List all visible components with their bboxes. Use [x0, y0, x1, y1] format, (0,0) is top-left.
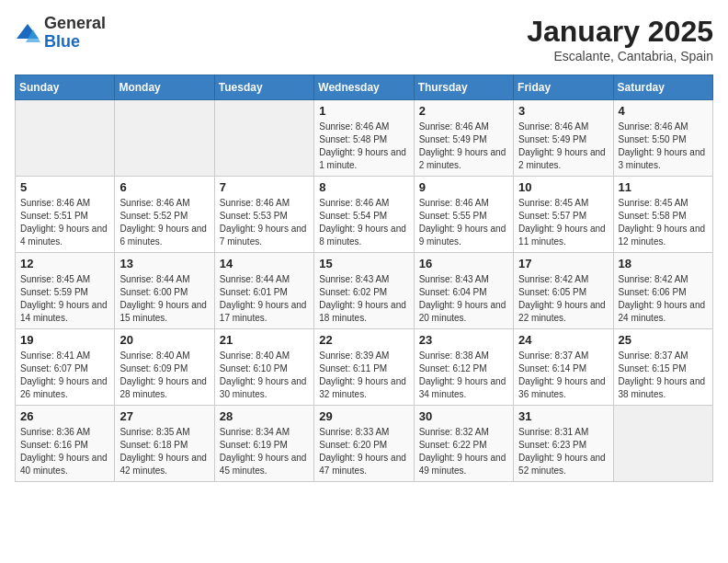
day-number: 12: [20, 257, 109, 270]
day-header-monday: Monday: [115, 75, 214, 100]
day-number: 25: [619, 333, 708, 347]
day-header-wednesday: Wednesday: [314, 75, 414, 100]
calendar-cell: 26Sunrise: 8:36 AM Sunset: 6:16 PM Dayli…: [16, 406, 115, 482]
logo-general-text: General: [44, 15, 106, 33]
day-info: Sunrise: 8:38 AM Sunset: 6:12 PM Dayligh…: [419, 350, 508, 401]
day-number: 19: [20, 333, 109, 347]
calendar-week-row: 19Sunrise: 8:41 AM Sunset: 6:07 PM Dayli…: [16, 329, 713, 406]
calendar-cell: 28Sunrise: 8:34 AM Sunset: 6:19 PM Dayli…: [214, 406, 313, 482]
day-number: 27: [119, 409, 209, 423]
calendar-cell: 31Sunrise: 8:31 AM Sunset: 6:23 PM Dayli…: [514, 406, 613, 482]
day-info: Sunrise: 8:37 AM Sunset: 6:14 PM Dayligh…: [518, 350, 608, 401]
day-number: 23: [419, 333, 508, 347]
calendar-cell: 30Sunrise: 8:32 AM Sunset: 6:22 PM Dayli…: [414, 406, 513, 482]
day-info: Sunrise: 8:40 AM Sunset: 6:10 PM Dayligh…: [220, 350, 309, 401]
day-number: 8: [319, 180, 408, 194]
day-number: 9: [419, 180, 508, 194]
day-header-thursday: Thursday: [414, 75, 513, 100]
calendar-cell: 29Sunrise: 8:33 AM Sunset: 6:20 PM Dayli…: [314, 406, 414, 482]
calendar-cell: 22Sunrise: 8:39 AM Sunset: 6:11 PM Dayli…: [314, 329, 414, 406]
day-info: Sunrise: 8:34 AM Sunset: 6:19 PM Dayligh…: [220, 426, 309, 477]
calendar-cell: [613, 406, 712, 482]
day-info: Sunrise: 8:46 AM Sunset: 5:48 PM Dayligh…: [319, 121, 408, 172]
day-info: Sunrise: 8:46 AM Sunset: 5:54 PM Dayligh…: [319, 197, 408, 248]
day-info: Sunrise: 8:45 AM Sunset: 5:59 PM Dayligh…: [20, 273, 109, 325]
day-number: 4: [619, 104, 708, 118]
calendar-cell: 14Sunrise: 8:44 AM Sunset: 6:01 PM Dayli…: [214, 253, 313, 329]
day-info: Sunrise: 8:45 AM Sunset: 5:57 PM Dayligh…: [518, 197, 608, 248]
day-number: 31: [518, 409, 608, 423]
day-info: Sunrise: 8:45 AM Sunset: 5:58 PM Dayligh…: [619, 197, 708, 248]
calendar-cell: 15Sunrise: 8:43 AM Sunset: 6:02 PM Dayli…: [314, 253, 414, 329]
day-number: 28: [220, 409, 309, 423]
calendar-cell: 13Sunrise: 8:44 AM Sunset: 6:00 PM Dayli…: [115, 253, 214, 329]
calendar-cell: 2Sunrise: 8:46 AM Sunset: 5:49 PM Daylig…: [414, 100, 513, 177]
calendar-week-row: 26Sunrise: 8:36 AM Sunset: 6:16 PM Dayli…: [16, 406, 713, 482]
day-info: Sunrise: 8:46 AM Sunset: 5:52 PM Dayligh…: [119, 197, 209, 248]
calendar-cell: 5Sunrise: 8:46 AM Sunset: 5:51 PM Daylig…: [16, 177, 115, 253]
day-number: 29: [319, 409, 408, 423]
day-info: Sunrise: 8:43 AM Sunset: 6:04 PM Dayligh…: [419, 273, 508, 325]
calendar-cell: 25Sunrise: 8:37 AM Sunset: 6:15 PM Dayli…: [613, 329, 712, 406]
day-number: 1: [319, 104, 408, 118]
calendar-cell: 17Sunrise: 8:42 AM Sunset: 6:05 PM Dayli…: [514, 253, 613, 329]
calendar-cell: 7Sunrise: 8:46 AM Sunset: 5:53 PM Daylig…: [214, 177, 313, 253]
day-number: 22: [319, 333, 408, 347]
day-info: Sunrise: 8:46 AM Sunset: 5:49 PM Dayligh…: [419, 121, 508, 172]
header: General Blue January 2025 Escalante, Can…: [15, 15, 713, 63]
calendar-table: SundayMondayTuesdayWednesdayThursdayFrid…: [15, 75, 713, 482]
day-info: Sunrise: 8:44 AM Sunset: 6:01 PM Dayligh…: [220, 273, 309, 325]
day-info: Sunrise: 8:39 AM Sunset: 6:11 PM Dayligh…: [319, 350, 408, 401]
calendar-cell: 23Sunrise: 8:38 AM Sunset: 6:12 PM Dayli…: [414, 329, 513, 406]
day-info: Sunrise: 8:46 AM Sunset: 5:50 PM Dayligh…: [619, 121, 708, 172]
day-number: 24: [518, 333, 608, 347]
calendar-cell: 9Sunrise: 8:46 AM Sunset: 5:55 PM Daylig…: [414, 177, 513, 253]
day-number: 26: [20, 409, 109, 423]
day-info: Sunrise: 8:42 AM Sunset: 6:06 PM Dayligh…: [619, 273, 708, 325]
calendar-cell: 6Sunrise: 8:46 AM Sunset: 5:52 PM Daylig…: [115, 177, 214, 253]
calendar-cell: 11Sunrise: 8:45 AM Sunset: 5:58 PM Dayli…: [613, 177, 712, 253]
calendar-cell: 19Sunrise: 8:41 AM Sunset: 6:07 PM Dayli…: [16, 329, 115, 406]
day-number: 13: [119, 257, 209, 270]
calendar-cell: 16Sunrise: 8:43 AM Sunset: 6:04 PM Dayli…: [414, 253, 513, 329]
calendar-cell: [214, 100, 313, 177]
calendar-cell: 10Sunrise: 8:45 AM Sunset: 5:57 PM Dayli…: [514, 177, 613, 253]
calendar-cell: 18Sunrise: 8:42 AM Sunset: 6:06 PM Dayli…: [613, 253, 712, 329]
day-info: Sunrise: 8:40 AM Sunset: 6:09 PM Dayligh…: [119, 350, 209, 401]
day-info: Sunrise: 8:46 AM Sunset: 5:53 PM Dayligh…: [220, 197, 309, 248]
calendar-cell: 24Sunrise: 8:37 AM Sunset: 6:14 PM Dayli…: [514, 329, 613, 406]
day-number: 17: [518, 257, 608, 270]
calendar-cell: [115, 100, 214, 177]
day-number: 15: [319, 257, 408, 270]
day-number: 30: [419, 409, 508, 423]
calendar-cell: 1Sunrise: 8:46 AM Sunset: 5:48 PM Daylig…: [314, 100, 414, 177]
day-number: 7: [220, 180, 309, 194]
calendar-cell: 3Sunrise: 8:46 AM Sunset: 5:49 PM Daylig…: [514, 100, 613, 177]
day-number: 2: [419, 104, 508, 118]
calendar-week-row: 1Sunrise: 8:46 AM Sunset: 5:48 PM Daylig…: [16, 100, 713, 177]
day-info: Sunrise: 8:36 AM Sunset: 6:16 PM Dayligh…: [20, 426, 109, 477]
day-number: 10: [518, 180, 608, 194]
day-number: 18: [619, 257, 708, 270]
day-info: Sunrise: 8:43 AM Sunset: 6:02 PM Dayligh…: [319, 273, 408, 325]
calendar-cell: [16, 100, 115, 177]
day-info: Sunrise: 8:42 AM Sunset: 6:05 PM Dayligh…: [518, 273, 608, 325]
day-number: 20: [119, 333, 209, 347]
day-header-saturday: Saturday: [613, 75, 712, 100]
calendar-cell: 12Sunrise: 8:45 AM Sunset: 5:59 PM Dayli…: [16, 253, 115, 329]
day-number: 14: [220, 257, 309, 270]
day-info: Sunrise: 8:37 AM Sunset: 6:15 PM Dayligh…: [619, 350, 708, 401]
day-info: Sunrise: 8:46 AM Sunset: 5:49 PM Dayligh…: [518, 121, 608, 172]
calendar-cell: 21Sunrise: 8:40 AM Sunset: 6:10 PM Dayli…: [214, 329, 313, 406]
day-info: Sunrise: 8:41 AM Sunset: 6:07 PM Dayligh…: [20, 350, 109, 401]
day-number: 5: [20, 180, 109, 194]
day-info: Sunrise: 8:44 AM Sunset: 6:00 PM Dayligh…: [119, 273, 209, 325]
logo-icon: [15, 20, 40, 46]
location-subtitle: Escalante, Cantabria, Spain: [527, 49, 713, 63]
month-title: January 2025: [527, 15, 713, 49]
calendar-cell: 27Sunrise: 8:35 AM Sunset: 6:18 PM Dayli…: [115, 406, 214, 482]
day-number: 6: [119, 180, 209, 194]
day-info: Sunrise: 8:31 AM Sunset: 6:23 PM Dayligh…: [518, 426, 608, 477]
day-info: Sunrise: 8:32 AM Sunset: 6:22 PM Dayligh…: [419, 426, 508, 477]
calendar-cell: 20Sunrise: 8:40 AM Sunset: 6:09 PM Dayli…: [115, 329, 214, 406]
